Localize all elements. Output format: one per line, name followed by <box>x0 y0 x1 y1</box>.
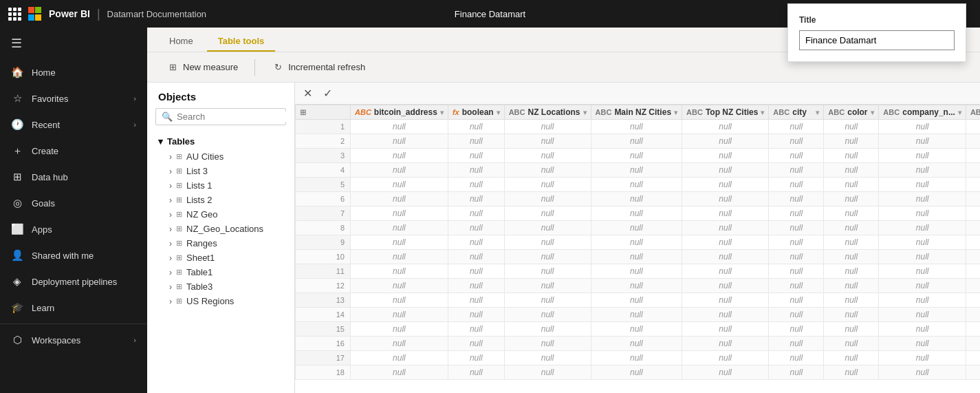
grid-cell[interactable]: null <box>448 322 504 337</box>
grid-cell[interactable]: null <box>824 308 879 322</box>
grid-cell[interactable]: null <box>682 351 769 365</box>
table-item-usregions[interactable]: › ⊞ US Regions <box>153 294 289 308</box>
grid-cell[interactable]: null <box>769 206 824 221</box>
table-row[interactable]: 7nullnullnullnullnullnullnullnullnullnul… <box>296 206 981 221</box>
grid-cell[interactable]: null <box>504 134 591 149</box>
grid-cell[interactable]: null <box>824 322 879 337</box>
grid-cell[interactable]: null <box>591 235 682 250</box>
grid-cell[interactable]: null <box>448 308 504 322</box>
grid-cell[interactable]: null <box>824 250 879 264</box>
grid-cell[interactable]: null <box>769 279 824 293</box>
grid-cell[interactable]: null <box>824 134 879 149</box>
grid-cell[interactable]: null <box>769 120 824 134</box>
grid-cell[interactable]: null <box>966 178 980 192</box>
grid-cell[interactable]: null <box>591 149 682 163</box>
sidebar-item-datahub[interactable]: ⊞ Data hub <box>0 164 147 190</box>
grid-cell[interactable]: null <box>966 149 980 163</box>
grid-cell[interactable]: null <box>504 250 591 264</box>
table-item-lists1[interactable]: › ⊞ Lists 1 <box>153 178 289 193</box>
grid-cell[interactable]: null <box>351 192 448 206</box>
grid-cell[interactable]: null <box>966 365 980 380</box>
grid-cell[interactable]: null <box>351 365 448 380</box>
table-row[interactable]: 3nullnullnullnullnullnullnullnullnullnul… <box>296 149 981 163</box>
grid-cell[interactable]: null <box>448 178 504 192</box>
grid-cell[interactable]: null <box>448 134 504 149</box>
hamburger-icon[interactable]: ☰ <box>0 28 147 59</box>
col-dropdown-icon[interactable]: ▾ <box>761 109 764 116</box>
grid-cell[interactable]: null <box>879 293 966 308</box>
grid-cell[interactable]: null <box>769 163 824 178</box>
grid-cell[interactable]: null <box>769 149 824 163</box>
grid-cell[interactable]: null <box>769 250 824 264</box>
grid-cell[interactable]: null <box>682 178 769 192</box>
table-row[interactable]: 12nullnullnullnullnullnullnullnullnullnu… <box>296 279 981 293</box>
grid-cell[interactable]: null <box>824 235 879 250</box>
grid-cell[interactable]: null <box>504 264 591 279</box>
table-item-table3[interactable]: › ⊞ Table3 <box>153 279 289 294</box>
grid-cell[interactable]: null <box>879 365 966 380</box>
grid-cell[interactable]: null <box>351 235 448 250</box>
table-row[interactable]: 9nullnullnullnullnullnullnullnullnullnul… <box>296 235 981 250</box>
grid-cell[interactable]: null <box>682 206 769 221</box>
grid-cell[interactable]: null <box>966 322 980 337</box>
col-header-nzlocations[interactable]: ABCNZ Locations▾ <box>504 105 591 120</box>
col-dropdown-icon[interactable]: ▾ <box>440 109 444 116</box>
grid-cell[interactable]: null <box>448 149 504 163</box>
grid-cell[interactable]: null <box>966 279 980 293</box>
grid-cell[interactable]: null <box>504 322 591 337</box>
grid-cell[interactable]: null <box>682 149 769 163</box>
grid-cell[interactable]: null <box>591 308 682 322</box>
col-dropdown-icon[interactable]: ▾ <box>958 109 961 116</box>
grid-cell[interactable]: null <box>824 192 879 206</box>
grid-cell[interactable]: null <box>448 279 504 293</box>
table-row[interactable]: 6nullnullnullnullnullnullnullnullnullnul… <box>296 192 981 206</box>
grid-cell[interactable]: null <box>448 293 504 308</box>
col-header-color[interactable]: ABCcolor▾ <box>824 105 879 120</box>
grid-cell[interactable]: null <box>504 206 591 221</box>
table-item-table1[interactable]: › ⊞ Table1 <box>153 265 289 279</box>
col-header-mainnzcities[interactable]: ABCMain NZ Cities▾ <box>591 105 682 120</box>
grid-cell[interactable]: null <box>966 264 980 279</box>
table-row[interactable]: 18nullnullnullnullnullnullnullnullnullnu… <box>296 365 981 380</box>
sidebar-item-create[interactable]: ＋ Create <box>0 138 147 164</box>
grid-cell[interactable]: null <box>504 192 591 206</box>
grid-cell[interactable]: null <box>682 134 769 149</box>
table-row[interactable]: 10nullnullnullnullnullnullnullnullnullnu… <box>296 250 981 264</box>
grid-cell[interactable]: null <box>682 322 769 337</box>
apps-menu-icon[interactable] <box>8 8 21 21</box>
grid-cell[interactable]: null <box>504 149 591 163</box>
col-dropdown-icon[interactable]: ▾ <box>816 109 819 116</box>
grid-cell[interactable]: null <box>824 279 879 293</box>
search-input[interactable] <box>177 111 292 122</box>
grid-cell[interactable]: null <box>769 192 824 206</box>
table-item-ranges[interactable]: › ⊞ Ranges <box>153 236 289 251</box>
grid-cell[interactable]: null <box>591 351 682 365</box>
table-item-nzgeo[interactable]: › ⊞ NZ Geo <box>153 207 289 222</box>
grid-cell[interactable]: null <box>879 134 966 149</box>
new-measure-button[interactable]: ⊞ New measure <box>158 58 246 77</box>
grid-cell[interactable]: null <box>769 264 824 279</box>
grid-cell[interactable]: null <box>448 120 504 134</box>
sidebar-item-apps[interactable]: ⬜ Apps <box>0 216 147 242</box>
grid-cell[interactable]: null <box>824 163 879 178</box>
grid-cell[interactable]: null <box>769 293 824 308</box>
grid-cell[interactable]: null <box>591 192 682 206</box>
table-item-sheet1[interactable]: › ⊞ Sheet1 <box>153 251 289 265</box>
grid-cell[interactable]: null <box>769 351 824 365</box>
grid-cell[interactable]: null <box>351 308 448 322</box>
grid-cell[interactable]: null <box>351 221 448 235</box>
grid-cell[interactable]: null <box>351 322 448 337</box>
grid-cell[interactable]: null <box>769 308 824 322</box>
grid-cell[interactable]: null <box>682 221 769 235</box>
grid-cell[interactable]: null <box>824 178 879 192</box>
grid-cell[interactable]: null <box>966 337 980 351</box>
grid-cell[interactable]: null <box>682 163 769 178</box>
grid-cell[interactable]: null <box>504 221 591 235</box>
grid-cell[interactable]: null <box>824 293 879 308</box>
col-header-topnzcities[interactable]: ABCTop NZ Cities▾ <box>682 105 769 120</box>
table-row[interactable]: 1nullnullnullnullnullnullnullnullnullnul… <box>296 120 981 134</box>
grid-cell[interactable]: null <box>769 134 824 149</box>
grid-cell[interactable]: null <box>448 365 504 380</box>
grid-cell[interactable]: null <box>351 337 448 351</box>
grid-cell[interactable]: null <box>591 178 682 192</box>
